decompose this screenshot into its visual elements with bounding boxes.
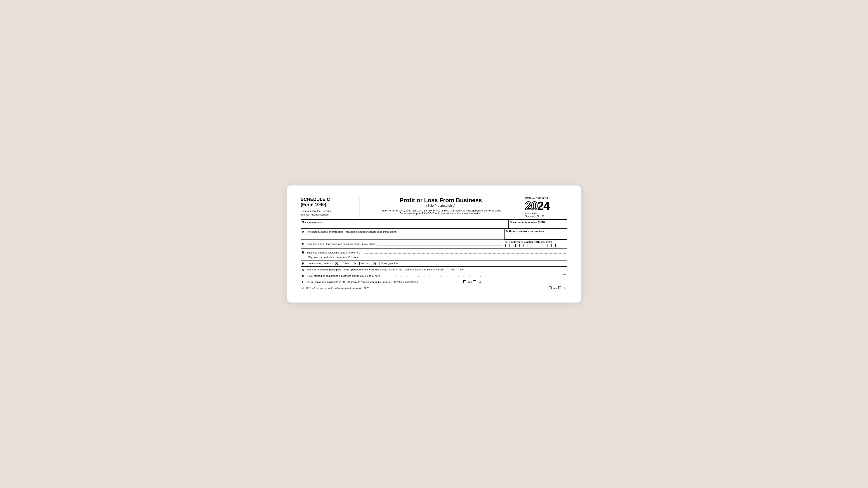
code-box-3[interactable] bbox=[516, 234, 520, 238]
row-i-no-checkbox[interactable] bbox=[473, 281, 476, 283]
row-e-text: Business address (including suite or roo… bbox=[307, 251, 360, 254]
option-accrual: (2) Accrual bbox=[352, 262, 369, 265]
cash-checkbox[interactable] bbox=[339, 262, 342, 265]
code-box-4[interactable] bbox=[521, 234, 525, 238]
row-f-letter: F bbox=[302, 262, 304, 265]
ein-box-2[interactable] bbox=[509, 244, 513, 248]
ein-box-12[interactable] bbox=[552, 244, 556, 248]
row-e-city-line: City, town or post office, state, and ZI… bbox=[308, 255, 566, 259]
row-a: A Principal business or profession, incl… bbox=[301, 229, 504, 239]
code-box-2[interactable] bbox=[511, 234, 515, 238]
row-d-label: D Employer ID number (EIN) (see instr.) bbox=[505, 240, 566, 243]
city-input[interactable] bbox=[360, 255, 566, 259]
ein-box-11[interactable] bbox=[548, 244, 552, 248]
ein-box-8[interactable] bbox=[536, 244, 539, 248]
row-h-letter: H bbox=[302, 274, 304, 278]
row-c: C Business name. If no separate business… bbox=[301, 240, 504, 248]
row-f-2: (2) bbox=[352, 262, 356, 265]
row-h-dots: . . . . . . . . . . . . . . . . . . . . … bbox=[380, 274, 562, 277]
form-1040: (Form 1040) bbox=[301, 202, 355, 207]
name-label: Name of proprietor bbox=[302, 221, 323, 223]
row-f-1: (1) bbox=[335, 262, 338, 265]
header-left: SCHEDULE C (Form 1040) Department of the… bbox=[301, 197, 360, 218]
code-box-1[interactable] bbox=[506, 234, 510, 238]
row-d-letter: D bbox=[505, 240, 507, 243]
ein-box-9[interactable] bbox=[540, 244, 544, 248]
city-label: City, town or post office, state, and ZI… bbox=[308, 255, 359, 259]
header-center: Profit or Loss From Business (Sole Propr… bbox=[360, 197, 522, 218]
row-f-text: Accounting method: bbox=[309, 262, 332, 265]
row-a-text: Principal business or profession, includ… bbox=[307, 230, 397, 234]
row-g-text: Did you “materially participate” in the … bbox=[307, 268, 443, 271]
other-specify-input[interactable] bbox=[399, 262, 426, 265]
row-cd: C Business name. If no separate business… bbox=[301, 240, 567, 249]
row-j-no-label: No bbox=[563, 287, 566, 289]
row-e: E Business address (including suite or r… bbox=[301, 249, 567, 260]
row-g-yes-checkbox[interactable] bbox=[446, 268, 449, 271]
irs-name: Internal Revenue Service bbox=[301, 213, 329, 216]
row-g-letter: G bbox=[302, 268, 304, 271]
year-digit-0: 0 bbox=[531, 199, 537, 213]
row-j-yes-checkbox[interactable] bbox=[549, 287, 552, 289]
row-b-letter: B bbox=[506, 230, 508, 233]
row-ab: A Principal business or profession, incl… bbox=[301, 229, 567, 240]
row-g-no-label: No bbox=[460, 268, 464, 271]
row-i-no-label: No bbox=[477, 281, 481, 283]
row-j-text: If “Yes,” did you or will you file requi… bbox=[306, 286, 369, 290]
other-checkbox[interactable] bbox=[377, 262, 380, 265]
ein-box-7[interactable] bbox=[532, 244, 535, 248]
code-boxes bbox=[506, 234, 565, 238]
ein-box-5[interactable] bbox=[524, 244, 527, 248]
subtitle: (Sole Proprietorship) bbox=[364, 204, 518, 207]
ssn-field: Social security number (SSN) bbox=[508, 220, 567, 228]
code-box-5[interactable] bbox=[526, 234, 530, 238]
main-title: Profit or Loss From Business bbox=[364, 197, 518, 204]
year-digit-2: 2 bbox=[525, 199, 531, 213]
row-g-yes-label: Yes bbox=[450, 268, 455, 271]
row-b-label: B Enter code from instructions bbox=[506, 230, 565, 233]
row-d: D Employer ID number (EIN) (see instr.) … bbox=[504, 240, 567, 248]
row-b: B Enter code from instructions bbox=[504, 229, 567, 239]
row-h: H If you started or acquired this busine… bbox=[301, 273, 567, 279]
row-a-letter: A bbox=[302, 230, 304, 233]
header-right: OMB No. 1545-0074 2024 Attachment Sequen… bbox=[522, 197, 567, 218]
ein-box-10[interactable] bbox=[544, 244, 548, 248]
other-label: Other (specify) bbox=[381, 262, 398, 265]
row-j-no-checkbox[interactable] bbox=[558, 287, 561, 289]
row-g-dot: . bbox=[444, 268, 445, 271]
address-input[interactable] bbox=[363, 250, 566, 254]
row-f-3: (3) bbox=[373, 262, 376, 265]
form-header: SCHEDULE C (Form 1040) Department of the… bbox=[301, 197, 567, 220]
row-j-dots: . . . . . . . . . . . . . . . . . . . . … bbox=[369, 287, 549, 289]
name-input[interactable] bbox=[302, 224, 507, 228]
schedule-c-title: SCHEDULE C bbox=[301, 197, 355, 202]
row-i-yes-checkbox[interactable] bbox=[463, 281, 466, 283]
row-e-line1: E Business address (including suite or r… bbox=[302, 250, 566, 254]
name-field-label: Name of proprietor bbox=[301, 220, 508, 228]
ein-box-6[interactable] bbox=[528, 244, 531, 248]
row-h-checkbox[interactable] bbox=[563, 274, 566, 277]
row-i-text: Did you make any payments in 2024 that w… bbox=[306, 280, 418, 284]
row-c-input[interactable] bbox=[377, 242, 502, 246]
row-d-see: (see instr.) bbox=[541, 241, 552, 243]
ein-box-4[interactable] bbox=[520, 244, 523, 248]
ein-boxes: : bbox=[505, 244, 566, 248]
ein-box-1[interactable] bbox=[505, 244, 509, 248]
sequence-number: Sequence No. 09 bbox=[525, 215, 544, 218]
ssn-label: Social security number (SSN) bbox=[510, 221, 545, 223]
row-a-input[interactable] bbox=[399, 230, 502, 233]
row-c-text: Business name. If no separate business n… bbox=[307, 242, 375, 246]
accrual-checkbox[interactable] bbox=[357, 262, 360, 265]
row-f: F Accounting method: (1) Cash (2) Accrua… bbox=[301, 260, 567, 267]
ein-box-3[interactable] bbox=[515, 244, 519, 248]
option-cash: (1) Cash bbox=[335, 262, 349, 265]
row-c-letter: C bbox=[302, 242, 304, 246]
form-card: SCHEDULE C (Form 1040) Department of the… bbox=[287, 186, 581, 302]
attach-text: Attach to Form 1040, 1040-SR, 1040-SS, 1… bbox=[364, 209, 518, 212]
code-box-6[interactable] bbox=[531, 234, 535, 238]
row-g-no-checkbox[interactable] bbox=[456, 268, 459, 271]
row-d-text: Employer ID number (EIN) bbox=[509, 240, 539, 243]
ssn-input[interactable] bbox=[510, 224, 566, 228]
name-ssn-row: Name of proprietor Social security numbe… bbox=[301, 220, 567, 229]
year-display: 2024 bbox=[525, 200, 550, 212]
